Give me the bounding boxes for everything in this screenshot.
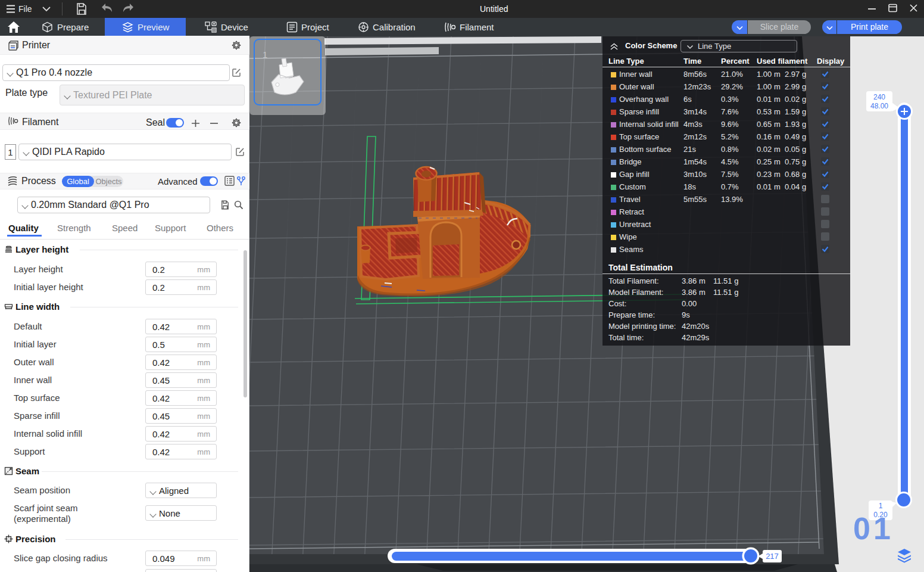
svg-text:217: 217 [766, 552, 779, 561]
svg-text:240: 240 [873, 93, 885, 101]
svg-text:48.00: 48.00 [870, 102, 888, 110]
svg-text:01: 01 [853, 511, 894, 546]
svg-text:1: 1 [879, 502, 883, 510]
